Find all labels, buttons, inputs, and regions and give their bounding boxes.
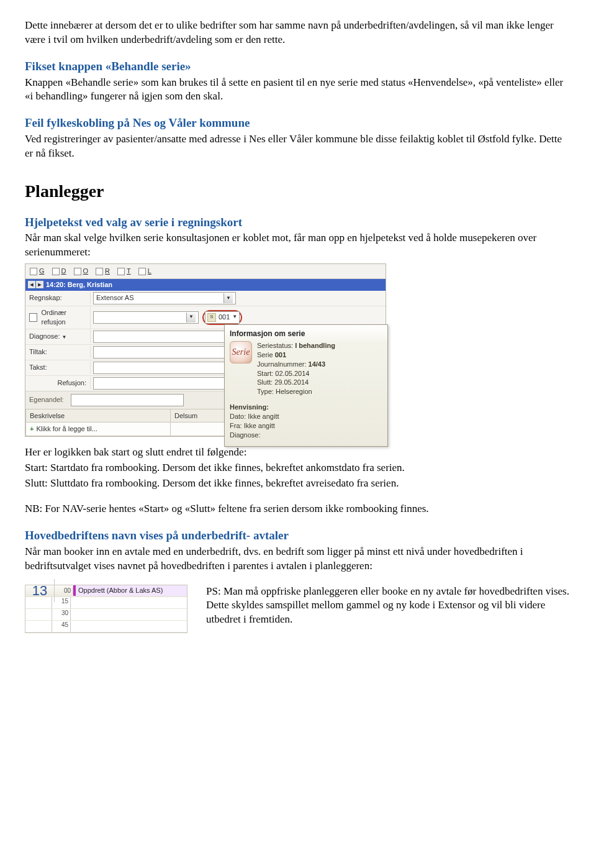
chevron-down-icon: ▼	[224, 293, 233, 303]
label-refusjon: Refusjon:	[25, 377, 91, 390]
serie-tooltip-icon: Serie	[230, 341, 252, 363]
label-diagnose: Diagnose: ▼	[25, 330, 91, 343]
serie-icon: S	[207, 313, 216, 322]
checkbox-icon	[29, 313, 37, 322]
toolbar-button-d[interactable]: D	[49, 265, 70, 277]
minute-30: 30	[52, 609, 71, 620]
screenshot-planlegger-slot: 13 00 Oppdrett (Abbor & Laks AS) 15 30 4…	[25, 585, 187, 633]
heading-hjelpetekst: Hjelpetekst ved valg av serie i regnings…	[25, 214, 571, 231]
regnskap-dropdown[interactable]: Extensor AS ▼	[93, 292, 236, 304]
body-behandle-serie: Knappen «Behandle serie» som kan brukes …	[25, 76, 571, 104]
grid-add-label: Klikk for å legge til...	[36, 424, 97, 434]
toolbar-button-r[interactable]: R	[93, 265, 113, 277]
toolbar: G D O R T L	[25, 264, 386, 279]
minute-15: 15	[52, 597, 71, 608]
label-takst: Takst:	[25, 361, 91, 374]
tooltip-body: Seriestatus: I behandling Serie 001 Jour…	[257, 341, 335, 396]
body-fylkeskobling: Ved registreringer av pasienter/ansatte …	[25, 132, 571, 161]
logic-start: Start: Startdato fra rombooking. Dersom …	[25, 461, 571, 475]
regnskap-value: Extensor AS	[96, 293, 134, 303]
toolbar-button-t[interactable]: T	[114, 265, 134, 277]
minute-00: 00	[55, 587, 73, 595]
logic-slutt: Slutt: Sluttdato fra rombooking. Dersom …	[25, 477, 571, 491]
col-beskrivelse: Beskrivelse	[26, 409, 171, 423]
tooltip-sub-body: Dato: Ikke angitt Fra: Ikke angitt Diagn…	[230, 412, 382, 440]
heading-fylkeskobling: Feil fylkeskobling på Nes og Våler kommu…	[25, 115, 571, 131]
heading-behandle-serie: Fikset knappen «Behandle serie»	[25, 58, 571, 75]
tooltip-subtitle: Henvisning:	[230, 403, 382, 412]
logic-intro: Her er logikken bak start og slutt endre…	[25, 445, 571, 460]
minute-45: 45	[52, 621, 71, 632]
tabbar: ◄ ► 14:20: Berg, Kristian	[25, 279, 386, 291]
serie-tooltip: Informasjon om serie Serie Seriestatus: …	[224, 324, 388, 447]
label-tiltak: Tiltak:	[25, 345, 91, 359]
tab-prev-icon[interactable]: ◄	[28, 281, 35, 288]
refusjon-type-dropdown[interactable]: ▼	[93, 311, 199, 324]
toolbar-button-g[interactable]: G	[27, 265, 48, 277]
tooltip-title: Informasjon om serie	[230, 329, 382, 339]
toolbar-button-o[interactable]: O	[71, 265, 92, 277]
chevron-down-icon: ▼	[186, 313, 196, 322]
label-regnskap: Regnskap:	[25, 291, 91, 304]
section-title-planlegger: Planlegger	[25, 180, 571, 203]
heading-hovedbedrift: Hovedbedriftens navn vises på underbedri…	[25, 528, 571, 544]
chevron-down-icon: ▼	[232, 314, 237, 321]
ordinaer-refusjon-checkbox[interactable]: Ordinær refusjon	[25, 306, 91, 329]
tab-next-icon[interactable]: ►	[36, 281, 43, 288]
logic-nb: NB: For NAV-serie hentes «Start» og «Slu…	[25, 502, 571, 516]
intro-paragraph: Dette innebærer at dersom det er to ulik…	[25, 19, 571, 47]
egenandel-input[interactable]	[71, 394, 184, 406]
serie-dropdown[interactable]: S 001 ▼	[205, 311, 240, 324]
serie-highlight-circle: S 001 ▼	[202, 310, 242, 325]
appointment-slot[interactable]: Oppdrett (Abbor & Laks AS)	[73, 585, 187, 596]
screenshot-regningskort: G D O R T L ◄ ► 14:20: Berg, Kristian Re…	[25, 263, 386, 437]
plus-icon: +	[30, 424, 34, 434]
toolbar-button-l[interactable]: L	[135, 265, 155, 277]
body-hjelpetekst: Når man skal velge hvilken serie konsult…	[25, 231, 571, 260]
serie-value: 001	[219, 313, 230, 322]
ps-note: PS: Man må oppfriske planleggeren eller …	[206, 585, 571, 628]
ordinaer-label: Ordinær refusjon	[42, 308, 86, 327]
body-hovedbedrift: Når man booker inn en avtale med en unde…	[25, 545, 571, 573]
tab-label[interactable]: 14:20: Berg, Kristian	[46, 280, 112, 290]
